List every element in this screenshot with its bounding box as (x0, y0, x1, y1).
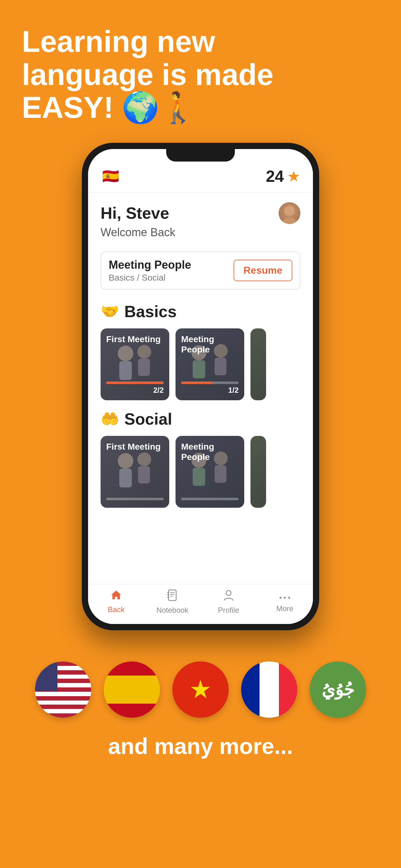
progress-bg-s1 (106, 498, 164, 500)
svg-rect-11 (214, 358, 226, 375)
card-bottom-1: 2/2 (106, 381, 164, 395)
social-cards-row: First Meeting (101, 436, 300, 508)
card-label-2: Meeting People (181, 334, 244, 355)
progress-bg-2 (181, 381, 239, 384)
flag-fr-inner (241, 661, 297, 718)
progress-fill-1 (106, 381, 164, 384)
hero-line3: EASY! 🌍🚶 (22, 91, 379, 124)
nav-item-more[interactable]: More (257, 589, 313, 615)
nav-label-notebook: Notebook (157, 606, 189, 615)
phone-outer: 🇪🇸 24 ★ Hi, Steve (82, 143, 319, 630)
star-icon: ★ (287, 167, 300, 185)
basics-cards-row: First Meeting 2/2 (101, 329, 300, 400)
basics-card-partial[interactable] (250, 329, 266, 400)
basics-section: 🤝 Basics (88, 296, 313, 584)
progress-bg-s2 (181, 498, 239, 500)
profile-icon (223, 589, 234, 604)
svg-point-12 (118, 453, 133, 469)
basics-header: 🤝 Basics (101, 302, 300, 321)
svg-point-27 (226, 591, 231, 595)
resume-button[interactable]: Resume (234, 260, 293, 281)
resume-course-title: Meeting People (109, 258, 191, 272)
svg-point-6 (137, 345, 151, 359)
flag-es[interactable] (104, 661, 160, 718)
svg-rect-13 (119, 469, 132, 488)
nav-item-profile[interactable]: Profile (201, 589, 257, 615)
resume-banner: Meeting People Basics / Social Resume (101, 251, 300, 290)
avatar-image (278, 202, 300, 224)
greeting-hi: Hi, Steve (101, 204, 169, 222)
svg-rect-15 (138, 466, 150, 484)
user-avatar[interactable] (278, 202, 300, 224)
svg-point-30 (288, 597, 290, 599)
svg-rect-19 (214, 465, 226, 483)
svg-rect-24 (167, 592, 169, 593)
social-title: Social (124, 410, 172, 428)
welcome-back-text: Welcome Back (101, 226, 300, 239)
flag-us-canton (35, 661, 58, 691)
card-bottom-2: 1/2 (181, 381, 239, 395)
card-count-1: 2/2 (106, 386, 164, 395)
nav-item-notebook[interactable]: Notebook (144, 589, 201, 615)
and-many-more-text: and many more... (108, 733, 293, 759)
svg-rect-9 (193, 360, 205, 378)
basics-card-meeting-people[interactable]: Meeting People 1/2 (175, 329, 244, 400)
social-icon: 🤲 (101, 410, 119, 428)
svg-point-28 (279, 597, 281, 599)
welcome-row: Hi, Steve (101, 202, 300, 224)
flag-ar[interactable]: جُوُيُ (310, 661, 366, 718)
social-card-partial[interactable] (250, 436, 266, 508)
progress-bg-1 (106, 381, 164, 384)
svg-point-14 (137, 453, 151, 466)
svg-point-4 (118, 346, 133, 361)
card-count-2: 1/2 (181, 386, 239, 395)
svg-rect-7 (138, 359, 150, 376)
language-flag[interactable]: 🇪🇸 (101, 166, 121, 186)
nav-label-more: More (276, 604, 294, 613)
phone-notch (166, 149, 235, 161)
card-overlay-3 (250, 329, 266, 400)
basics-icon: 🤝 (101, 303, 119, 320)
card-bottom-s1 (106, 498, 164, 502)
basics-title: Basics (124, 302, 177, 321)
hero-line1: Learning new (22, 25, 379, 58)
more-icon (279, 589, 291, 602)
resume-course-sub: Basics / Social (109, 273, 191, 283)
phone-mockup: 🇪🇸 24 ★ Hi, Steve (0, 143, 401, 630)
app-screen: 🇪🇸 24 ★ Hi, Steve (88, 149, 313, 624)
svg-point-1 (282, 217, 296, 224)
stars-display: 24 ★ (266, 167, 300, 186)
svg-rect-25 (167, 594, 169, 595)
flag-cn-inner: ★ (172, 661, 229, 718)
hero-section: Learning new language is made EASY! 🌍🚶 (0, 0, 401, 136)
basics-card-first-meeting[interactable]: First Meeting 2/2 (101, 329, 169, 400)
bottom-nav: Back (88, 584, 313, 624)
nav-label-profile: Profile (218, 606, 239, 615)
stars-count: 24 (266, 167, 284, 186)
flag-us[interactable] (35, 661, 91, 718)
resume-banner-info: Meeting People Basics / Social (109, 258, 191, 283)
back-icon (110, 589, 123, 603)
hero-line2: language is made (22, 58, 379, 91)
svg-rect-20 (169, 590, 176, 600)
social-card-first-meeting[interactable]: First Meeting (101, 436, 169, 508)
nav-item-back[interactable]: Back (88, 589, 144, 615)
social-header: 🤲 Social (101, 410, 300, 428)
social-card-meeting-people[interactable]: Meeting People (175, 436, 244, 508)
flag-es-inner (104, 661, 160, 718)
svg-rect-26 (167, 597, 169, 598)
svg-rect-17 (193, 468, 205, 486)
card-label-s2: Meeting People (181, 441, 244, 462)
flags-row: ★ جُوُيُ (35, 661, 366, 718)
svg-point-2 (285, 206, 294, 216)
flag-fr[interactable] (241, 661, 297, 718)
card-bottom-s2 (181, 498, 239, 502)
flag-cn[interactable]: ★ (172, 661, 229, 718)
welcome-section: Hi, Steve Welcome Back (88, 193, 313, 245)
card-overlay-s3 (250, 436, 266, 508)
notebook-icon (167, 589, 178, 604)
card-label-s1: First Meeting (106, 441, 161, 452)
svg-rect-5 (119, 361, 132, 380)
nav-label-back: Back (108, 605, 124, 614)
progress-fill-2 (181, 381, 213, 384)
